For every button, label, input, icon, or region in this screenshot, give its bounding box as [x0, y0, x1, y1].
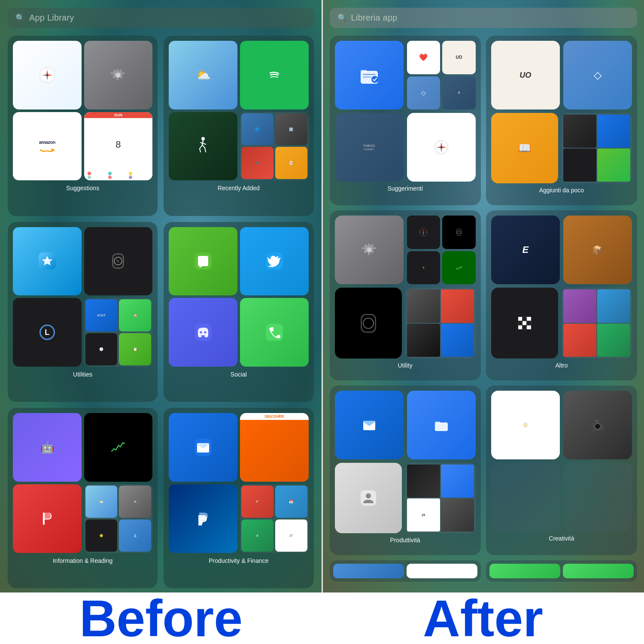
before-screen: 🔍 App Library: [0, 0, 322, 592]
app-multi-altro[interactable]: [562, 288, 632, 358]
svg-point-67: [601, 422, 602, 424]
folder-creativita[interactable]: Creatività: [486, 386, 637, 555]
app-altstore-big[interactable]: ◇: [563, 41, 632, 109]
folder-altro[interactable]: E 📦: [486, 210, 637, 380]
app-files-right[interactable]: [407, 391, 476, 459]
svg-rect-50: [435, 422, 448, 431]
app-safari-right[interactable]: [407, 113, 476, 182]
folder-utility[interactable]: N S W E: [330, 210, 481, 380]
app-pedometer[interactable]: [169, 112, 237, 181]
svg-line-17: [205, 148, 206, 152]
app-discover[interactable]: DISCOVER: [240, 413, 309, 482]
folder-partial-right: [486, 560, 637, 582]
svg-rect-26: [110, 439, 126, 456]
app-stocks-small[interactable]: [442, 251, 476, 285]
app-calendar[interactable]: SUN 8: [84, 112, 153, 181]
svg-point-52: [366, 493, 371, 498]
before-label: Before: [79, 589, 243, 644]
app-multi-finance[interactable]: P 📅 $ 27: [240, 484, 309, 553]
app-mail-right[interactable]: [335, 391, 404, 459]
app-twitter[interactable]: [240, 227, 309, 296]
app-compass[interactable]: N S W E: [407, 216, 440, 249]
app-theos-big[interactable]: Theos Installer: [335, 113, 404, 182]
app-phone[interactable]: [240, 298, 309, 367]
app-mail[interactable]: [169, 413, 237, 482]
search-bar-left[interactable]: 🔍 App Library: [8, 8, 314, 28]
folder-suggestions[interactable]: amazon SUN 8: [8, 36, 158, 216]
app-robot[interactable]: 🤖: [13, 413, 82, 482]
app-echo[interactable]: E: [491, 216, 560, 284]
suggerimenti-small-grid: ❤️ UO ◇ T: [407, 41, 476, 109]
app-watch[interactable]: [84, 227, 153, 296]
app-watch-small[interactable]: [442, 216, 476, 249]
app-uo-big[interactable]: UO: [491, 41, 560, 109]
app-safari[interactable]: [13, 41, 82, 109]
app-settings[interactable]: [84, 41, 153, 109]
svg-point-11: [267, 68, 281, 82]
utility-small-grid: N S W E: [407, 216, 476, 284]
search-bar-right[interactable]: 🔍 Libreria app: [330, 8, 638, 28]
after-label-container: After: [322, 592, 644, 644]
app-messages[interactable]: [169, 227, 237, 296]
app-letterlike[interactable]: L: [13, 298, 82, 367]
app-chess[interactable]: [491, 288, 558, 358]
folder-produttivita-label: Produttività: [390, 537, 420, 544]
app-uo-small[interactable]: UO: [442, 41, 476, 74]
svg-point-40: [440, 146, 442, 148]
after-label: After: [423, 589, 543, 644]
app-discord[interactable]: [169, 298, 237, 367]
svg-text:W: W: [420, 231, 422, 233]
app-spotify[interactable]: [240, 41, 309, 109]
app-readdle[interactable]: [13, 484, 82, 553]
app-altstore-small[interactable]: ◇: [407, 76, 440, 110]
svg-point-61: [524, 424, 526, 426]
folder-utilities[interactable]: L AT&T 🏠 🕐 📋: [8, 222, 158, 402]
app-multi-prod[interactable]: 25: [405, 463, 476, 533]
app-watch-large[interactable]: [335, 288, 402, 358]
folder-productivity[interactable]: DISCOVER: [164, 408, 313, 588]
folder-suggerimenti[interactable]: ❤️ UO ◇ T: [330, 36, 481, 205]
app-calculator[interactable]: +: [407, 251, 440, 285]
app-weather[interactable]: ⛅: [169, 41, 237, 109]
search-text-right: Libreria app: [351, 13, 398, 23]
app-files-big[interactable]: [335, 41, 404, 109]
app-camera[interactable]: [563, 391, 632, 459]
folder-aggiunti-label: Aggiunti da poco: [539, 187, 584, 194]
app-paypal[interactable]: [169, 484, 237, 553]
folder-productivity-label: Productivity & Finance: [209, 557, 268, 564]
app-books[interactable]: 📖: [491, 113, 558, 183]
app-health-small[interactable]: ❤️: [407, 41, 440, 74]
svg-point-23: [200, 331, 202, 334]
app-amazon[interactable]: amazon: [13, 112, 82, 181]
folder-produttivita[interactable]: 25 Produttività: [330, 386, 481, 555]
search-icon-left: 🔍: [15, 13, 25, 23]
app-multi-aggiunti[interactable]: [562, 113, 632, 183]
folder-aggiunti[interactable]: UO ◇ 📖: [486, 36, 637, 205]
svg-line-14: [200, 145, 202, 149]
bottom-labels-bar: Before After: [0, 592, 644, 644]
svg-point-42: [367, 248, 371, 252]
folder-suggestions-label: Suggestions: [66, 185, 99, 191]
app-multi-recently[interactable]: 🌐 🔢 🎮 🃏: [240, 112, 309, 181]
app-stocks[interactable]: [84, 413, 153, 482]
folder-recently-added[interactable]: ⛅: [164, 36, 313, 216]
svg-point-24: [204, 331, 207, 334]
folder-social[interactable]: Social: [164, 222, 313, 402]
svg-rect-66: [595, 420, 598, 422]
app-cydia[interactable]: 📦: [563, 216, 632, 284]
app-multi-utilities[interactable]: AT&T 🏠 🕐 📋: [84, 298, 153, 367]
app-appstore[interactable]: [13, 227, 82, 296]
after-screen: 🔍 Libreria app: [323, 0, 644, 592]
app-multi-utility[interactable]: [405, 288, 476, 358]
app-photos[interactable]: [491, 391, 560, 459]
folder-info-reading[interactable]: 🤖: [8, 408, 158, 588]
svg-rect-31: [363, 74, 376, 75]
search-icon-right: 🔍: [337, 13, 347, 23]
app-multi-info[interactable]: ⛅ A ⭐ 💧: [84, 484, 153, 553]
folder-info-label: Information & Reading: [53, 557, 112, 564]
svg-point-10: [116, 73, 120, 77]
app-settings-right[interactable]: [335, 216, 404, 284]
app-contacts[interactable]: [335, 463, 402, 533]
app-theos-small[interactable]: T: [442, 76, 476, 110]
svg-point-33: [371, 76, 378, 83]
